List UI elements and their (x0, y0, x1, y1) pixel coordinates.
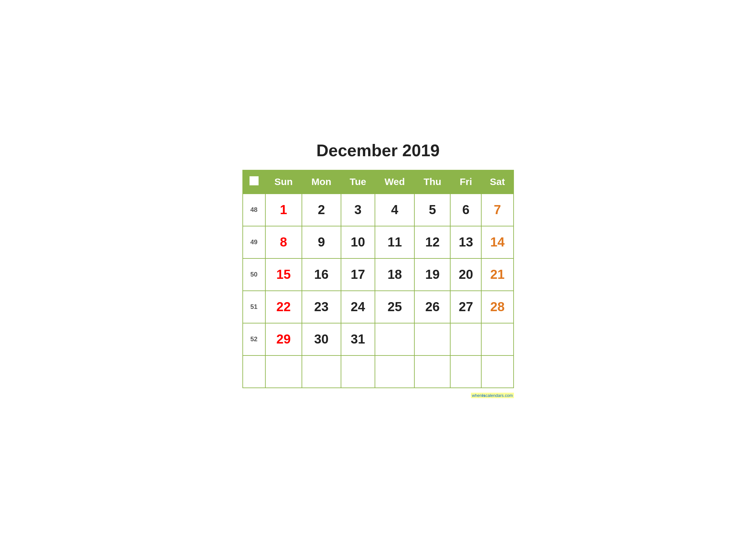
week-row-6 (243, 355, 514, 388)
day-cell: 27 (450, 291, 481, 323)
day-cell (302, 355, 341, 388)
day-cell (341, 355, 375, 388)
day-cell: 29 (265, 323, 302, 355)
week-num-4: 51 (243, 291, 265, 323)
day-cell: 11 (375, 226, 414, 259)
day-cell (481, 355, 513, 388)
header-mon: Mon (302, 170, 341, 194)
calendar-table: Sun Mon Tue Wed Thu Fri Sat 481234567498… (242, 170, 514, 388)
header-wed: Wed (375, 170, 414, 194)
day-cell: 6 (450, 194, 481, 226)
header-thu: Thu (414, 170, 450, 194)
day-cell: 14 (481, 226, 513, 259)
day-cell: 20 (450, 259, 481, 291)
header-fri: Fri (450, 170, 481, 194)
day-cell: 4 (375, 194, 414, 226)
watermark-text-post: calendars.com (485, 393, 513, 398)
day-cell: 26 (414, 291, 450, 323)
day-cell (375, 355, 414, 388)
watermark-text-bold: is (482, 393, 485, 398)
header-sun: Sun (265, 170, 302, 194)
calendar-body: 4812345674989101112131450151617181920215… (243, 194, 514, 388)
day-cell: 30 (302, 323, 341, 355)
week-row-1: 481234567 (243, 194, 514, 226)
day-cell: 5 (414, 194, 450, 226)
week-num-2: 49 (243, 226, 265, 259)
week-row-5: 52293031 (243, 323, 514, 355)
day-cell (450, 323, 481, 355)
week-num-header (243, 170, 265, 194)
week-row-2: 49891011121314 (243, 226, 514, 259)
day-cell: 25 (375, 291, 414, 323)
week-num-5: 52 (243, 323, 265, 355)
day-cell: 8 (265, 226, 302, 259)
day-cell: 2 (302, 194, 341, 226)
week-num-6 (243, 355, 265, 388)
day-cell: 13 (450, 226, 481, 259)
day-cell: 19 (414, 259, 450, 291)
day-cell: 28 (481, 291, 513, 323)
day-cell (414, 323, 450, 355)
day-cell (265, 355, 302, 388)
day-cell (450, 355, 481, 388)
day-cell: 3 (341, 194, 375, 226)
day-cell: 21 (481, 259, 513, 291)
day-cell: 15 (265, 259, 302, 291)
week-num-3: 50 (243, 259, 265, 291)
calendar-container: December 2019 Sun Mon Tue Wed Thu Fri Sa… (233, 134, 524, 401)
calendar-title: December 2019 (242, 141, 514, 160)
day-cell (414, 355, 450, 388)
day-cell: 17 (341, 259, 375, 291)
day-cell: 12 (414, 226, 450, 259)
week-row-3: 5015161718192021 (243, 259, 514, 291)
day-cell: 22 (265, 291, 302, 323)
day-cell: 18 (375, 259, 414, 291)
day-cell: 16 (302, 259, 341, 291)
day-cell: 9 (302, 226, 341, 259)
header-sat: Sat (481, 170, 513, 194)
watermark: wheniscalendars.com (471, 393, 514, 398)
day-cell: 31 (341, 323, 375, 355)
day-cell: 10 (341, 226, 375, 259)
week-num-1: 48 (243, 194, 265, 226)
watermark-link[interactable]: wheniscalendars.com (471, 393, 514, 398)
day-cell: 1 (265, 194, 302, 226)
day-cell: 23 (302, 291, 341, 323)
day-cell (481, 323, 513, 355)
header-row: Sun Mon Tue Wed Thu Fri Sat (243, 170, 514, 194)
day-cell: 7 (481, 194, 513, 226)
header-tue: Tue (341, 170, 375, 194)
day-cell (375, 323, 414, 355)
week-row-4: 5122232425262728 (243, 291, 514, 323)
watermark-text-pre: when (472, 393, 482, 398)
day-cell: 24 (341, 291, 375, 323)
